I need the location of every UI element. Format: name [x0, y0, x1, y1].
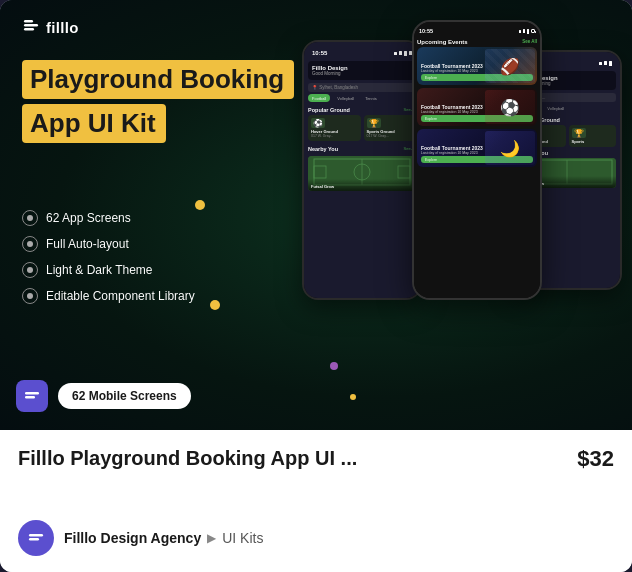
phone-status-bar: 10:55	[417, 27, 537, 35]
svg-rect-14	[29, 534, 43, 537]
ground-row: ⚽ Hover Ground 017 W. Gray... 🏆 Sports G…	[308, 115, 416, 141]
feature-dot-4	[22, 288, 38, 304]
creator-info: Filllo Design Agency ▶ UI Kits	[64, 530, 263, 546]
phone-main: 10:55 Upcoming Events See All	[412, 20, 542, 300]
svg-rect-1	[24, 28, 34, 31]
feature-label-2: Full Auto-layout	[46, 237, 129, 251]
badge-row: 62 Mobile Screens	[16, 380, 191, 412]
ground-icon-1: ⚽	[311, 118, 325, 128]
phone-search: 📍 Sylhet, Bangladesh	[308, 83, 416, 92]
svg-rect-0	[24, 24, 38, 27]
ground-icon-right-2: 🏆	[572, 128, 586, 138]
event-card-2: ⚽ Football Tournament 2023 Last day of r…	[417, 88, 537, 126]
badge-logo	[16, 380, 48, 412]
svg-rect-15	[29, 538, 39, 541]
logo-icon	[22, 18, 40, 36]
feature-label-1: 62 App Screens	[46, 211, 131, 225]
feature-item-3: Light & Dark Theme	[22, 262, 195, 278]
phone-tabs: Football Volleyball Tennis	[308, 94, 416, 102]
banner: filllo Playground Booking App UI Kit 62 …	[0, 0, 632, 430]
ground-card-1: ⚽ Hover Ground 017 W. Gray...	[308, 115, 361, 141]
bottom-info: Filllo Playground Booking App UI ... $32…	[0, 430, 632, 572]
creator-row[interactable]: Filllo Design Agency ▶ UI Kits	[18, 520, 614, 556]
tab-volleyball-right: Volleyball	[543, 104, 568, 112]
headline-line2: App UI Kit	[22, 104, 166, 143]
ground-card-2: 🏆 Sports Ground 017 W. Gray...	[364, 115, 417, 141]
creator-category: UI Kits	[222, 530, 263, 546]
headline: Playground Booking App UI Kit	[22, 60, 294, 143]
tab-volleyball: Volleyball	[333, 94, 358, 102]
feature-label-4: Editable Component Library	[46, 289, 195, 303]
product-price: $32	[577, 446, 614, 472]
nearby-image: Futsal Grow	[308, 156, 416, 191]
logo-text: filllo	[46, 19, 79, 36]
phone-left: 10:55 Filllo Design Good Morning 📍 Sylhe…	[302, 40, 422, 300]
phone-screen-left: 10:55 Filllo Design Good Morning 📍 Sylhe…	[304, 42, 420, 298]
creator-name: Filllo Design Agency	[64, 530, 201, 546]
event-card-3: 🌙 Football Tournament 2023 Last day of r…	[417, 129, 537, 167]
feature-dot-3	[22, 262, 38, 278]
event-card-1: 🏈 Football Tournament 2023 Last day of r…	[417, 47, 537, 85]
decorative-dot-yellow-1	[210, 300, 220, 310]
badge-pill: 62 Mobile Screens	[58, 383, 191, 409]
svg-rect-4	[25, 396, 35, 399]
svg-rect-2	[24, 20, 33, 23]
headline-line1: Playground Booking	[22, 60, 294, 99]
phone-screen-main: 10:55 Upcoming Events See All	[414, 22, 540, 298]
svg-rect-3	[25, 392, 39, 395]
product-title: Filllo Playground Booking App UI ...	[18, 446, 577, 470]
decorative-dot-yellow-2	[195, 200, 205, 210]
ground-icon-2: 🏆	[367, 118, 381, 128]
product-title-row: Filllo Playground Booking App UI ... $32	[18, 446, 614, 472]
arrow-icon: ▶	[207, 531, 216, 545]
tab-tennis: Tennis	[361, 94, 381, 102]
product-card: filllo Playground Booking App UI Kit 62 …	[0, 0, 632, 572]
feature-label-3: Light & Dark Theme	[46, 263, 153, 277]
upcoming-events-header: Upcoming Events See All	[417, 37, 537, 47]
feature-item-4: Editable Component Library	[22, 288, 195, 304]
creator-avatar	[18, 520, 54, 556]
feature-item-1: 62 App Screens	[22, 210, 195, 226]
feature-dot-1	[22, 210, 38, 226]
feature-dot-2	[22, 236, 38, 252]
logo: filllo	[22, 18, 79, 36]
feature-item-2: Full Auto-layout	[22, 236, 195, 252]
features-list: 62 App Screens Full Auto-layout Light & …	[22, 210, 195, 304]
ground-card-right-2: 🏆 Sports	[569, 125, 617, 147]
tab-football: Football	[308, 94, 330, 102]
phones-container: 10:55 Filllo Design Good Morning 📍 Sylhe…	[282, 0, 632, 430]
